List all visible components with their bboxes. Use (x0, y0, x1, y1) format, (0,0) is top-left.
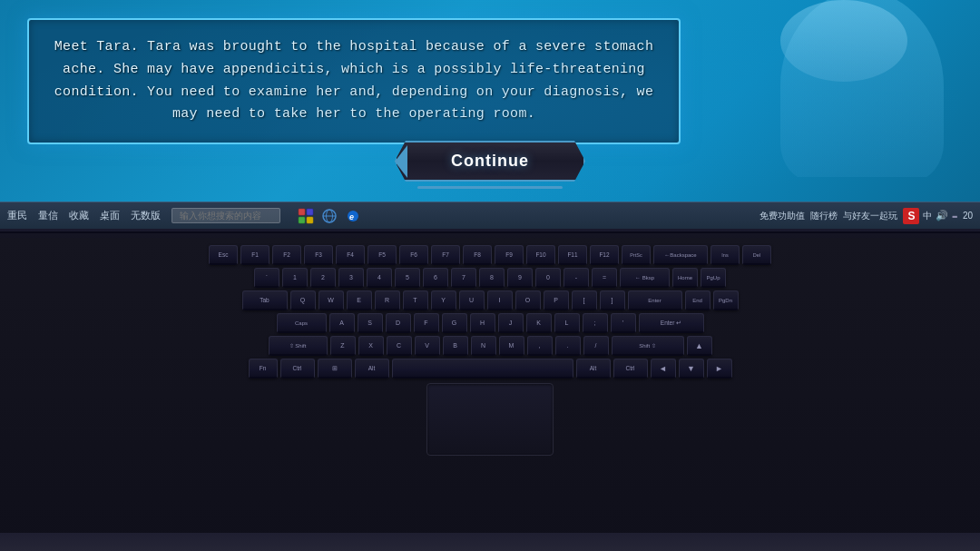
key-z[interactable]: Z (330, 336, 356, 356)
key-c[interactable]: C (387, 336, 412, 356)
trackpad[interactable] (426, 383, 554, 456)
key-arrow-left[interactable]: ◄ (651, 359, 676, 379)
key-arrow-down[interactable]: ▼ (679, 359, 704, 379)
key-caps[interactable]: Caps (277, 313, 327, 333)
key-f[interactable]: F (414, 313, 439, 333)
key-n[interactable]: N (471, 336, 496, 356)
taskbar-lang-indicator[interactable]: 中 (923, 210, 932, 222)
key-b[interactable]: B (443, 336, 468, 356)
key-ctrl-right[interactable]: Ctrl (613, 359, 648, 379)
key-4[interactable]: 4 (367, 268, 392, 288)
taskbar-menu-wushubang[interactable]: 无数版 (131, 209, 161, 222)
key-d[interactable]: D (386, 313, 411, 333)
key-insert[interactable]: Ins (710, 245, 740, 265)
key-o[interactable]: O (515, 290, 541, 310)
key-l[interactable]: L (554, 313, 580, 333)
key-comma[interactable]: , (527, 336, 553, 356)
continue-button[interactable]: Continue (395, 141, 585, 182)
taskbar-network-icon[interactable]: ▬ (952, 212, 956, 221)
taskbar-search-input[interactable] (172, 208, 280, 223)
key-8[interactable]: 8 (479, 268, 505, 288)
key-tab[interactable]: Tab (242, 290, 288, 310)
continue-button-wrapper[interactable]: Continue (395, 141, 585, 182)
key-u[interactable]: U (459, 290, 485, 310)
key-f10[interactable]: F10 (526, 245, 555, 265)
key-alt-left[interactable]: Alt (355, 359, 389, 379)
taskbar-icon-app1[interactable] (297, 207, 315, 225)
key-arrow-up[interactable]: ▲ (687, 336, 712, 356)
key-f4[interactable]: F4 (336, 245, 365, 265)
taskbar-volume-icon[interactable]: 🔊 (936, 210, 948, 221)
key-f5[interactable]: F5 (368, 245, 397, 265)
key-k[interactable]: K (526, 313, 552, 333)
key-alt-right[interactable]: Alt (576, 359, 611, 379)
taskbar-menu-liangxin[interactable]: 量信 (38, 209, 58, 222)
taskbar-menu-zhongmin[interactable]: 重民 (7, 209, 27, 222)
key-pgdn[interactable]: PgDn (713, 290, 739, 310)
key-y[interactable]: Y (431, 290, 456, 310)
key-prtsc[interactable]: PrtSc (622, 245, 651, 265)
key-backspace-top[interactable]: ←Backspace (653, 245, 708, 265)
key-end[interactable]: End (685, 290, 710, 310)
key-q[interactable]: Q (290, 290, 316, 310)
key-j[interactable]: J (498, 313, 524, 333)
key-5[interactable]: 5 (395, 268, 420, 288)
taskbar-icon-app2[interactable] (320, 207, 338, 225)
key-shift-right[interactable]: Shift ⇧ (612, 336, 684, 356)
key-lbracket[interactable]: [ (572, 290, 597, 310)
key-pgup[interactable]: PgUp (701, 268, 726, 288)
key-f2[interactable]: F2 (272, 245, 301, 265)
key-7[interactable]: 7 (451, 268, 476, 288)
key-f8[interactable]: F8 (463, 245, 492, 265)
systray-s-icon[interactable]: S (903, 208, 919, 224)
key-period[interactable]: . (555, 336, 581, 356)
key-space[interactable] (392, 359, 573, 379)
key-a[interactable]: A (329, 313, 355, 333)
key-m[interactable]: M (499, 336, 524, 356)
key-e[interactable]: E (347, 290, 372, 310)
key-p[interactable]: P (544, 290, 569, 310)
key-0[interactable]: 0 (535, 268, 561, 288)
key-enter2[interactable]: Enter ↵ (639, 313, 704, 333)
taskbar-icon-ie[interactable]: e (344, 207, 362, 225)
taskbar-menu-shoucang[interactable]: 收藏 (69, 209, 89, 222)
key-r[interactable]: R (375, 290, 400, 310)
key-s[interactable]: S (358, 313, 383, 333)
key-esc[interactable]: Esc (209, 245, 238, 265)
key-2[interactable]: 2 (310, 268, 336, 288)
key-f7[interactable]: F7 (431, 245, 460, 265)
key-f1[interactable]: F1 (240, 245, 270, 265)
key-fn[interactable]: Fn (249, 359, 278, 379)
key-t[interactable]: T (403, 290, 428, 310)
key-win[interactable]: ⊞ (318, 359, 352, 379)
key-v[interactable]: V (415, 336, 440, 356)
key-backtick[interactable]: ` (254, 268, 279, 288)
key-i[interactable]: I (487, 290, 513, 310)
key-6[interactable]: 6 (423, 268, 448, 288)
key-f9[interactable]: F9 (495, 245, 524, 265)
key-h[interactable]: H (470, 313, 495, 333)
key-f12[interactable]: F12 (590, 245, 619, 265)
key-f11[interactable]: F11 (558, 245, 587, 265)
key-f3[interactable]: F3 (304, 245, 333, 265)
key-w[interactable]: W (318, 290, 344, 310)
key-g[interactable]: G (442, 313, 467, 333)
key-9[interactable]: 9 (507, 268, 533, 288)
key-enter[interactable]: Enter (628, 290, 682, 310)
key-slash[interactable]: / (583, 336, 609, 356)
key-semicolon[interactable]: ; (583, 313, 608, 333)
key-rbracket[interactable]: ] (600, 290, 625, 310)
taskbar-menu-zhuomian[interactable]: 桌面 (100, 209, 120, 222)
key-arrow-right[interactable]: ► (707, 359, 732, 379)
key-minus[interactable]: - (564, 268, 589, 288)
key-shift-left[interactable]: ⇧ Shift (269, 336, 328, 356)
key-delete[interactable]: Del (742, 245, 771, 265)
key-3[interactable]: 3 (338, 268, 364, 288)
key-backspace[interactable]: ← Bksp (620, 268, 670, 288)
key-quote[interactable]: ' (611, 313, 636, 333)
key-ctrl-left[interactable]: Ctrl (280, 359, 315, 379)
key-1[interactable]: 1 (282, 268, 308, 288)
key-f6[interactable]: F6 (399, 245, 428, 265)
key-equals[interactable]: = (592, 268, 617, 288)
key-home[interactable]: Home (672, 268, 698, 288)
